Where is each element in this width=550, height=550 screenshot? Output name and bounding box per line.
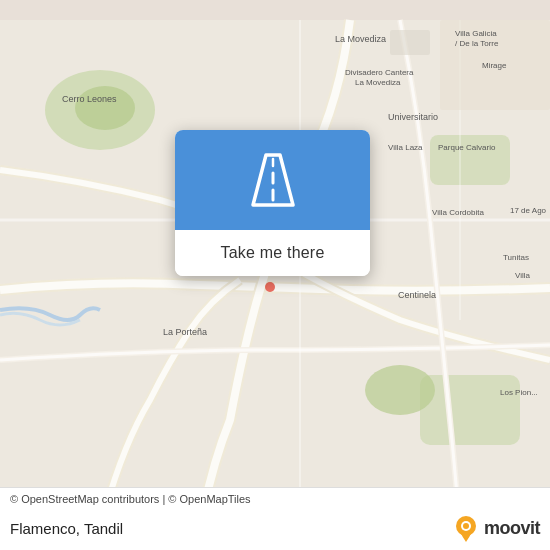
svg-text:Divisadero Cantera: Divisadero Cantera — [345, 68, 414, 77]
svg-text:Villa Laza: Villa Laza — [388, 143, 423, 152]
footer-row: Flamenco, Tandil moovit — [0, 508, 550, 550]
svg-point-34 — [463, 523, 469, 529]
svg-text:Parque Calvario: Parque Calvario — [438, 143, 496, 152]
svg-text:Los Pion...: Los Pion... — [500, 388, 538, 397]
svg-point-2 — [75, 86, 135, 130]
svg-text:Villa Cordobita: Villa Cordobita — [432, 208, 484, 217]
take-me-there-button[interactable]: Take me there — [175, 230, 370, 276]
map-container: La Movediza Villa Galicia / De la Torre … — [0, 0, 550, 550]
location-label: Flamenco, Tandil — [10, 520, 123, 537]
svg-text:La Movediza: La Movediza — [335, 34, 386, 44]
svg-text:/ De la Torre: / De la Torre — [455, 39, 499, 48]
svg-text:La Porteña: La Porteña — [163, 327, 207, 337]
svg-text:Cerro Leones: Cerro Leones — [62, 94, 117, 104]
svg-text:Villa: Villa — [515, 271, 531, 280]
svg-text:Tunitas: Tunitas — [503, 253, 529, 262]
bottom-bar: © OpenStreetMap contributors | © OpenMap… — [0, 487, 550, 550]
svg-text:La Movediza: La Movediza — [355, 78, 401, 87]
svg-rect-10 — [390, 30, 430, 55]
moovit-pin-icon — [452, 514, 480, 542]
svg-text:Centinela: Centinela — [398, 290, 436, 300]
svg-text:Universitario: Universitario — [388, 112, 438, 122]
svg-text:17 de Ago: 17 de Ago — [510, 206, 547, 215]
road-icon — [238, 145, 308, 215]
moovit-logo[interactable]: moovit — [452, 514, 540, 542]
moovit-brand-text: moovit — [484, 518, 540, 539]
svg-rect-4 — [420, 375, 520, 445]
attribution-text: © OpenStreetMap contributors | © OpenMap… — [0, 487, 550, 508]
svg-text:Mirage: Mirage — [482, 61, 507, 70]
svg-point-28 — [265, 282, 275, 292]
svg-text:Villa Galicia: Villa Galicia — [455, 29, 497, 38]
card-icon-area — [175, 130, 370, 230]
navigation-card: Take me there — [175, 130, 370, 276]
svg-point-5 — [365, 365, 435, 415]
